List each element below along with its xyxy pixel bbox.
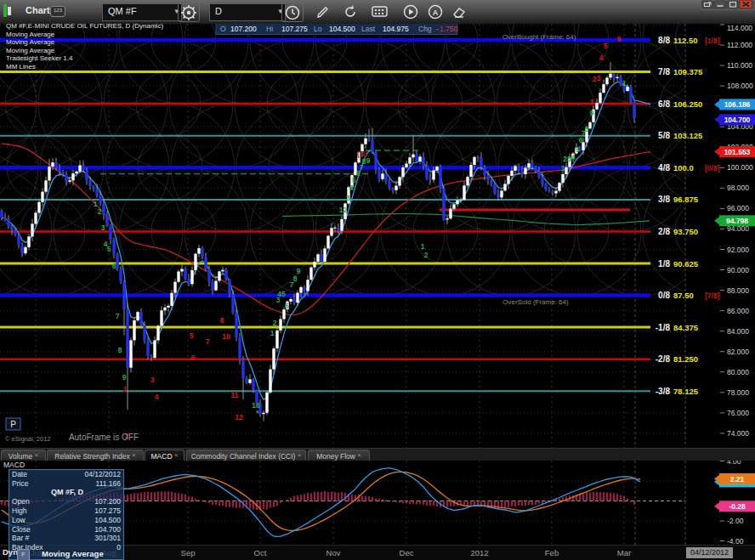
svg-text:5/8: 5/8 <box>658 131 670 140</box>
svg-text:OverSold (Frame: 64): OverSold (Frame: 64) <box>502 298 569 306</box>
svg-text:114.000: 114.000 <box>727 24 752 32</box>
svg-text:-0.28: -0.28 <box>729 502 746 511</box>
svg-text:2: 2 <box>424 251 429 259</box>
svg-text:Lo: Lo <box>314 25 322 33</box>
svg-text:Moving Average: Moving Average <box>6 38 55 46</box>
svg-text:7: 7 <box>116 312 120 320</box>
svg-text:82.000: 82.000 <box>727 348 749 356</box>
svg-text:AutoFrame is OFF: AutoFrame is OFF <box>69 433 139 442</box>
svg-text:O: O <box>220 25 226 33</box>
svg-text:-2.00: -2.00 <box>727 517 744 525</box>
svg-text:1: 1 <box>561 164 565 173</box>
svg-text:1/8: 1/8 <box>658 259 670 269</box>
svg-text:78.000: 78.000 <box>727 388 749 397</box>
svg-text:0/8: 0/8 <box>658 291 670 300</box>
svg-text:11: 11 <box>231 391 239 399</box>
svg-text:101.553: 101.553 <box>724 148 751 156</box>
svg-text:84.375: 84.375 <box>673 323 699 332</box>
svg-text:(R): (R) <box>357 150 367 158</box>
svg-text:Hi: Hi <box>266 25 273 33</box>
svg-text:[1/8]: [1/8] <box>705 37 720 45</box>
svg-text:4/8: 4/8 <box>658 163 670 173</box>
svg-text:6: 6 <box>285 302 289 310</box>
svg-text:2: 2 <box>273 319 277 327</box>
svg-text:4: 4 <box>349 184 354 192</box>
svg-text:8: 8 <box>293 274 298 283</box>
svg-text:81.250: 81.250 <box>673 354 698 364</box>
svg-text:3/8: 3/8 <box>658 195 670 204</box>
svg-text:1: 1 <box>123 385 128 393</box>
svg-text:4: 4 <box>155 393 159 401</box>
svg-text:2.21: 2.21 <box>730 475 745 484</box>
svg-text:6: 6 <box>617 35 622 43</box>
svg-text:Moving Average: Moving Average <box>6 47 55 54</box>
svg-text:88.000: 88.000 <box>727 286 749 295</box>
svg-text:92.000: 92.000 <box>727 246 749 254</box>
svg-text:6: 6 <box>112 262 116 270</box>
svg-text:84.000: 84.000 <box>727 327 749 336</box>
svg-text:6: 6 <box>191 354 196 362</box>
svg-text:-2/8: -2/8 <box>656 354 671 364</box>
svg-text:9: 9 <box>590 109 594 117</box>
svg-text:90.000: 90.000 <box>727 266 749 274</box>
svg-text:2: 2 <box>98 207 102 216</box>
svg-text:76.000: 76.000 <box>727 409 749 417</box>
svg-text:93.750: 93.750 <box>673 227 698 236</box>
svg-text:3: 3 <box>597 74 601 82</box>
svg-text:106.250: 106.250 <box>673 99 702 109</box>
svg-text:12: 12 <box>235 413 243 421</box>
svg-text:108.000: 108.000 <box>727 82 753 90</box>
svg-text:4: 4 <box>599 54 604 62</box>
svg-text:104.500: 104.500 <box>329 25 355 33</box>
svg-text:45: 45 <box>277 290 286 298</box>
svg-text:6/8: 6/8 <box>658 99 670 109</box>
svg-text:107.275: 107.275 <box>281 25 308 33</box>
svg-text:8: 8 <box>220 316 224 325</box>
svg-text:98.000: 98.000 <box>727 184 749 192</box>
svg-text:112.000: 112.000 <box>727 41 752 49</box>
svg-text:[0/8]: [0/8] <box>705 164 720 173</box>
svg-text:Chg: Chg <box>418 25 432 33</box>
svg-text:-4.00: -4.00 <box>727 537 744 546</box>
svg-text:3: 3 <box>101 223 105 232</box>
svg-text:100.0: 100.0 <box>673 163 694 173</box>
svg-text:1: 1 <box>270 329 275 337</box>
svg-text:100.000: 100.000 <box>727 163 753 172</box>
svg-text:2: 2 <box>343 206 348 214</box>
svg-text:8: 8 <box>585 125 589 133</box>
svg-text:A: A <box>433 8 439 17</box>
svg-text:© eSignal, 2012: © eSignal, 2012 <box>5 435 50 443</box>
svg-text:5: 5 <box>604 42 608 50</box>
svg-text:103.125: 103.125 <box>673 131 703 140</box>
svg-text:4: 4 <box>571 153 576 161</box>
svg-text:106.186: 106.186 <box>724 100 751 109</box>
svg-text:94.798: 94.798 <box>726 217 748 225</box>
svg-text:[7/8]: [7/8] <box>705 291 720 300</box>
svg-text:Last: Last <box>361 25 376 33</box>
svg-text:1: 1 <box>622 79 627 88</box>
svg-text:96.000: 96.000 <box>727 204 749 212</box>
svg-text:8/8: 8/8 <box>658 36 670 45</box>
svg-text:107.200: 107.200 <box>230 25 257 33</box>
svg-text:8: 8 <box>118 346 122 354</box>
svg-text:MM Lines: MM Lines <box>6 63 36 71</box>
svg-text:−1.750: −1.750 <box>435 25 458 33</box>
svg-text:10: 10 <box>222 332 230 341</box>
svg-text:4.00: 4.00 <box>727 461 741 466</box>
svg-text:104.975: 104.975 <box>383 25 409 33</box>
svg-text:80.000: 80.000 <box>727 368 749 376</box>
svg-text:-3/8: -3/8 <box>656 387 671 396</box>
svg-text:3: 3 <box>346 194 350 202</box>
svg-text:104.700: 104.700 <box>724 116 751 124</box>
svg-text:1: 1 <box>590 98 594 106</box>
svg-text:9: 9 <box>122 373 127 382</box>
svg-text:5: 5 <box>576 145 580 154</box>
svg-text:23: 23 <box>563 155 571 163</box>
svg-text:87.50: 87.50 <box>673 291 694 300</box>
svg-text:96.875: 96.875 <box>673 195 699 204</box>
svg-text:7: 7 <box>206 337 210 346</box>
svg-text:9: 9 <box>297 267 301 275</box>
svg-text:2/8: 2/8 <box>658 227 670 236</box>
svg-text:7/8: 7/8 <box>658 67 670 76</box>
svg-text:109.375: 109.375 <box>673 67 703 76</box>
